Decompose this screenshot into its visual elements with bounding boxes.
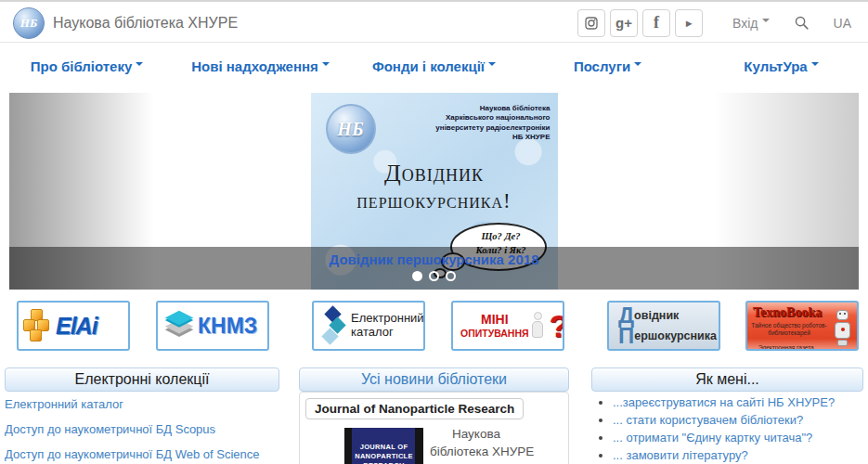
caret-down-icon xyxy=(634,62,641,70)
banner-freshman-guide[interactable]: Д овідник П ершокурсника xyxy=(607,301,720,351)
news-item-excerpt: Наукова бібліотека ХНУРЕ надає xyxy=(430,426,562,464)
caret-down-icon xyxy=(322,62,330,70)
link-order-literature[interactable]: ... замовити літературу? xyxy=(613,448,748,462)
library-homepage: НБ Наукова бібліотека ХНУРЕ g+ f ► Вхід xyxy=(0,0,868,464)
top-bar: НБ Наукова бібліотека ХНУРЕ g+ f ► Вхід xyxy=(0,4,868,43)
collections-section-header: Електронні колекції xyxy=(5,367,279,392)
topbar-actions: g+ f ► Вхід UA xyxy=(573,9,857,37)
elai-label: ElAi xyxy=(56,313,97,340)
nav-item-funds-collections[interactable]: Фонди і колекції xyxy=(347,58,521,74)
news-item-title[interactable]: Journal of Nanoparticle Research xyxy=(305,398,524,419)
caret-down-icon xyxy=(488,62,496,70)
nav-item-about[interactable]: Про бібліотеку xyxy=(0,58,174,74)
link-register-site[interactable]: ...зареєструватися на сайті НБ ХНУРЕ? xyxy=(613,395,835,409)
google-plus-icon: g+ xyxy=(615,15,632,31)
howto-section-header: Як мені... xyxy=(591,367,863,392)
elai-cubes-icon xyxy=(22,307,54,344)
caret-down-icon xyxy=(811,62,819,70)
carousel-caption-band: Довідник першокурсника 2018 xyxy=(9,247,859,290)
robot-icon xyxy=(833,310,853,347)
e-catalog-label: Електронний каталог xyxy=(351,312,424,340)
youtube-play-icon: ► xyxy=(684,18,694,29)
banner-mini-poll[interactable]: МІНІ ОПИТУВАННЯ ? xyxy=(451,301,564,351)
main-nav: Про бібліотеку Нові надходження Фонди і … xyxy=(0,44,868,88)
guide-dropcap: П xyxy=(618,327,634,345)
technobooka-subtitle: Тайное общество роботов-библиотекарей xyxy=(749,322,829,337)
question-mark-icon: ? xyxy=(550,308,564,344)
news-section-header: Усі новини бібліотеки xyxy=(299,367,569,392)
news-item-panel: Journal of Nanoparticle Research JOURNAL… xyxy=(299,392,569,464)
nav-item-services[interactable]: Послуги xyxy=(521,58,694,74)
caret-down-icon xyxy=(136,62,143,70)
google-plus-button[interactable]: g+ xyxy=(610,9,638,37)
site-title: Наукова бібліотека ХНУРЕ xyxy=(53,15,238,32)
login-menu[interactable]: Вхід xyxy=(732,16,769,31)
slide-title: Довідник першокурсника! xyxy=(311,160,558,213)
guide-dropcap: Д xyxy=(618,306,634,325)
banner-technobooka[interactable]: TexnoBooka Тайное общество роботов-библи… xyxy=(745,301,859,351)
instagram-button[interactable] xyxy=(577,9,605,37)
list-item: ... отримати "Єдину картку читача"? xyxy=(613,431,863,445)
logo-monogram: НБ xyxy=(20,16,37,31)
list-item: ...зареєструватися на сайті НБ ХНУРЕ? xyxy=(613,395,863,409)
search-button[interactable] xyxy=(794,15,810,31)
link-reader-card[interactable]: ... отримати "Єдину картку читача"? xyxy=(613,431,812,445)
person-figure-icon xyxy=(531,312,544,340)
link-web-of-science[interactable]: Доступ до наукометричної БД Web of Scien… xyxy=(5,447,283,461)
collections-link-list: Електронний каталог Доступ до наукометри… xyxy=(5,397,283,464)
journal-cover-image: JOURNAL OF NANOPARTICLE RESEARCH xyxy=(344,428,423,464)
list-item: ... замовити літературу? xyxy=(613,448,863,462)
youtube-button[interactable]: ► xyxy=(675,9,703,37)
language-switcher[interactable]: UA xyxy=(834,16,851,31)
facebook-button[interactable]: f xyxy=(642,9,670,37)
knmz-layers-icon xyxy=(163,310,195,342)
instagram-icon xyxy=(584,16,599,31)
technobooka-footer: Электронная газета xyxy=(758,344,814,351)
library-logo: НБ xyxy=(326,104,376,154)
library-logo[interactable]: НБ xyxy=(13,7,45,39)
banner-e-catalog[interactable]: Електронний каталог xyxy=(312,301,425,351)
knmz-label: КНМЗ xyxy=(198,314,257,339)
link-become-user[interactable]: ... стати користувачем бібліотеки? xyxy=(613,413,803,427)
nav-item-culture[interactable]: КультУра xyxy=(694,58,868,74)
nav-item-new-arrivals[interactable]: Нові надходження xyxy=(174,58,347,74)
list-item: ... стати користувачем бібліотеки? xyxy=(613,413,863,427)
news-carousel: НБ Наукова бібліотека Харківського націо… xyxy=(9,93,859,290)
facebook-icon: f xyxy=(654,13,659,32)
carousel-dot-3[interactable] xyxy=(446,271,456,281)
slide-organization-text: Наукова бібліотека Харківського націонал… xyxy=(435,104,550,143)
e-catalog-diamonds-icon xyxy=(319,305,347,346)
link-e-catalog[interactable]: Електронний каталог xyxy=(5,397,283,411)
carousel-dots xyxy=(9,271,859,281)
banner-knmz[interactable]: КНМЗ xyxy=(156,301,269,351)
carousel-caption-link[interactable]: Довідник першокурсника 2018 xyxy=(9,251,859,267)
mini-poll-label: МІНІ ОПИТУВАННЯ xyxy=(460,312,529,339)
howto-link-list: ...зареєструватися на сайті НБ ХНУРЕ? ..… xyxy=(613,395,863,464)
link-scopus[interactable]: Доступ до наукометричної БД Scopus xyxy=(5,422,283,436)
banner-elai[interactable]: ElAi xyxy=(17,301,130,351)
carousel-dot-2[interactable] xyxy=(429,271,439,281)
search-icon xyxy=(794,15,810,31)
caret-down-icon xyxy=(762,19,770,26)
carousel-dot-1[interactable] xyxy=(412,271,422,281)
